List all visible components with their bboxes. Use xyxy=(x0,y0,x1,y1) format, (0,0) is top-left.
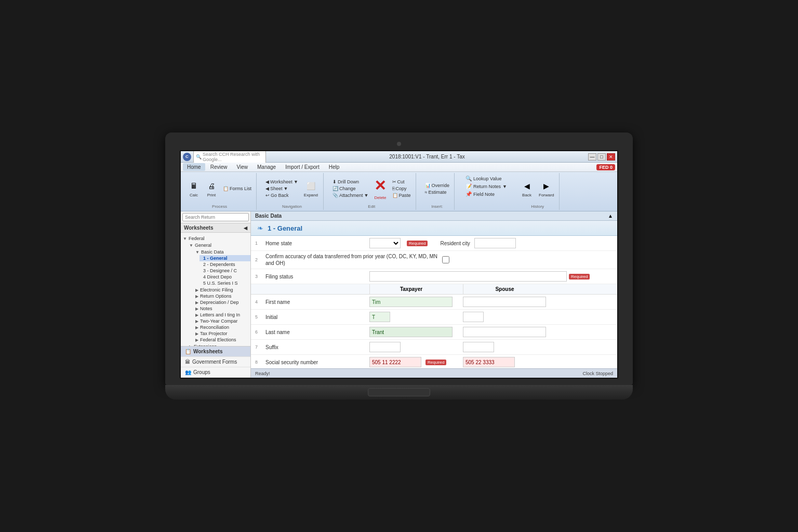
first-name-taxpayer-input[interactable] xyxy=(369,297,453,307)
worksheets-button[interactable]: 📋 Worksheets xyxy=(181,347,250,357)
tree-1-general[interactable]: 1 - General xyxy=(200,255,250,261)
resident-city-input[interactable] xyxy=(474,238,516,248)
go-back-button[interactable]: ↩ Go Back xyxy=(264,192,300,198)
suffix-taxpayer-input[interactable] xyxy=(369,342,401,352)
back-label: Back xyxy=(522,193,531,197)
last-name-taxpayer-input[interactable] xyxy=(369,327,453,337)
back-button[interactable]: ◀ Back xyxy=(519,179,535,199)
tree-basic-data-label[interactable]: ▼ Basic Data xyxy=(193,249,250,255)
delete-icon: ✕ xyxy=(374,177,386,194)
sidebar-search-input[interactable] xyxy=(182,213,249,221)
content-header-title: Basic Data xyxy=(255,213,282,219)
sidebar-toggle-icon[interactable]: ◀ xyxy=(244,225,247,231)
tree-2-dependents[interactable]: 2 - Dependents xyxy=(200,261,250,268)
initial-spouse-input[interactable] xyxy=(463,312,484,322)
ssn-spouse-input[interactable] xyxy=(463,357,515,367)
tree-4-direct-deposit[interactable]: 4 Direct Depo xyxy=(200,274,250,280)
tree-federal-label[interactable]: ▼ Federal xyxy=(181,235,250,242)
tree-5-us-series[interactable]: 5 U.S. Series I S xyxy=(200,280,250,286)
cut-button[interactable]: ✂ Cut xyxy=(391,179,413,185)
tree-electronic-filing[interactable]: ▶ Electronic Filing xyxy=(193,287,250,293)
cut-icon: ✂ xyxy=(392,179,396,184)
attachment-button[interactable]: 📎 Attachment ▼ xyxy=(331,192,370,198)
navigation-group-label: Navigation xyxy=(282,204,302,209)
tree-letters[interactable]: ▶ Letters and I ting In xyxy=(193,312,250,318)
estimate-button[interactable]: ≈ Estimate xyxy=(423,189,451,195)
worksheet-button[interactable]: ◀ Worksheet ▼ xyxy=(264,179,300,185)
tree-notes[interactable]: ▶ Notes xyxy=(193,305,250,312)
laptop-trackpad[interactable] xyxy=(368,388,430,396)
drill-down-label: Drill Down xyxy=(338,179,359,184)
tree-3-designee[interactable]: 3 - Designee / C xyxy=(200,268,250,274)
delete-button[interactable]: ✕ Delete xyxy=(372,176,388,202)
row-6-label: Last name xyxy=(265,329,369,335)
calc-button[interactable]: 🖩 Calc xyxy=(186,179,202,199)
first-name-taxpayer xyxy=(369,297,453,307)
government-forms-button[interactable]: 🏛 Government Forms xyxy=(181,357,250,367)
override-button[interactable]: 📊 Override xyxy=(423,182,451,189)
menu-manage[interactable]: Manage xyxy=(253,163,280,171)
paste-button[interactable]: 📋 Paste xyxy=(391,192,413,198)
content-expand-icon[interactable]: ▲ xyxy=(608,213,613,219)
ribbon-group-process: 🖩 Calc 🖨 Print 📋 Forms List xyxy=(183,173,257,210)
drill-down-button[interactable]: ⬇ Drill Down xyxy=(331,179,370,185)
row-filing-status: 3 Filing status Required xyxy=(251,269,617,284)
home-state-row: Required Resident city xyxy=(369,238,516,248)
menu-view[interactable]: View xyxy=(232,163,252,171)
confirm-accuracy-checkbox[interactable] xyxy=(442,256,449,263)
ssn-taxpayer-input[interactable] xyxy=(369,357,421,367)
fed-badge: FED 0 xyxy=(596,164,615,170)
tree-two-year[interactable]: ▶ Two-Year Compar xyxy=(193,318,250,324)
return-notes-icon: 📝 xyxy=(466,183,472,189)
menu-import-export[interactable]: Import / Export xyxy=(281,163,324,171)
groups-button[interactable]: 👥 Groups xyxy=(181,367,250,378)
headers-spacer xyxy=(251,284,369,294)
title-search-box[interactable]: 🔍 Search CCH Research with Google... xyxy=(193,151,266,163)
row-7-number: 7 xyxy=(255,344,265,350)
sidebar: Worksheets ◀ ▼ Federal xyxy=(181,211,251,378)
copy-button[interactable]: ⎘ Copy xyxy=(391,185,413,192)
tree-general-label[interactable]: ▼ General xyxy=(187,242,250,248)
menu-review[interactable]: Review xyxy=(206,163,232,171)
last-name-spouse-input[interactable] xyxy=(463,327,546,337)
sheet-label: Sheet xyxy=(270,186,283,191)
go-back-label: Go Back xyxy=(271,193,289,198)
paste-icon: 📋 xyxy=(392,193,398,198)
lookup-value-button[interactable]: 🔍 Lookup Value xyxy=(464,175,509,182)
forms-list-button[interactable]: 📋 Forms List xyxy=(221,185,253,192)
first-name-spouse-input[interactable] xyxy=(463,297,546,307)
change-button[interactable]: 🔄 Change xyxy=(331,185,370,192)
paste-label: Paste xyxy=(399,193,411,198)
row-ssn: 8 Social security number Required xyxy=(251,355,617,368)
menu-home[interactable]: Home xyxy=(183,163,205,171)
initial-taxpayer xyxy=(369,312,453,322)
return-notes-button[interactable]: 📝 Return Notes ▼ xyxy=(464,183,509,190)
tree-reconciliation[interactable]: ▶ Reconciliation xyxy=(193,324,250,330)
close-button[interactable]: ✕ xyxy=(607,153,615,161)
title-bar-left: C 🔍 Search CCH Research with Google... xyxy=(183,151,266,163)
menu-help[interactable]: Help xyxy=(325,163,344,171)
menu-bar: Home Review View Manage Import / Export … xyxy=(181,163,617,172)
cut-label: Cut xyxy=(397,179,405,184)
tree-return-options[interactable]: ▶ Return Options xyxy=(193,293,250,299)
tree-depreciation[interactable]: ▶ Depreciation / Dep xyxy=(193,299,250,305)
expand-button[interactable]: ⬜ Expand xyxy=(302,179,320,199)
tree-tax-projector[interactable]: ▶ Tax Projector xyxy=(193,330,250,337)
tree-general: ▼ General ▼ Basic Data xyxy=(187,242,250,343)
initial-spouse xyxy=(463,312,546,322)
insert-buttons: 📊 Override ≈ Estimate xyxy=(423,174,451,203)
filing-status-input[interactable] xyxy=(369,271,567,282)
row-first-name: 4 First name xyxy=(251,295,617,310)
forms-list-stacked: 📋 Forms List xyxy=(221,185,253,192)
sheet-button[interactable]: ◀ Sheet ▼ xyxy=(264,185,300,192)
worksheet-down-icon: ▼ xyxy=(294,179,298,184)
field-note-button[interactable]: 📌 Field Note xyxy=(464,191,509,197)
suffix-spouse-input[interactable] xyxy=(463,342,494,352)
initial-taxpayer-input[interactable] xyxy=(369,312,390,322)
maximize-button[interactable]: □ xyxy=(597,153,606,161)
home-state-select[interactable] xyxy=(369,238,401,248)
print-button[interactable]: 🖨 Print xyxy=(204,179,219,199)
minimize-button[interactable]: — xyxy=(588,153,596,161)
forward-button[interactable]: ▶ Forward xyxy=(537,179,556,199)
tree-federal-elections[interactable]: ▶ Federal Elections xyxy=(193,337,250,343)
